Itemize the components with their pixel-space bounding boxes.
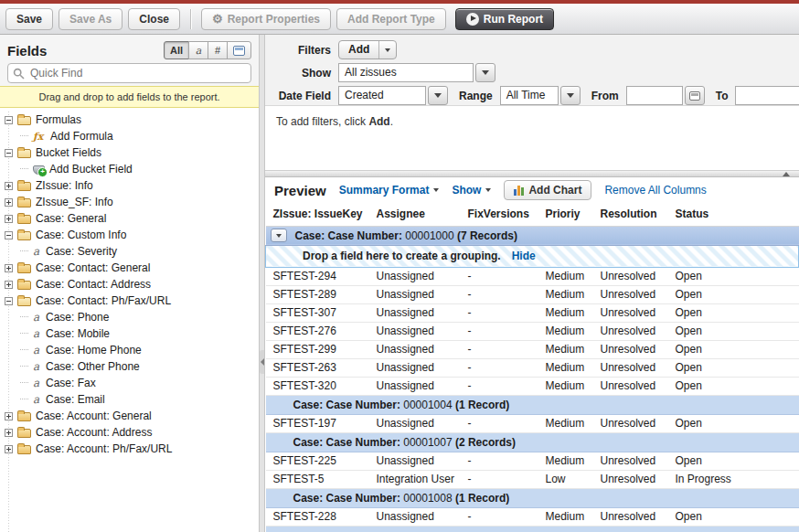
table-cell: Unresolved xyxy=(593,358,668,377)
summary-format-menu[interactable]: Summary Format xyxy=(339,184,440,197)
filter-date-button[interactable] xyxy=(227,41,251,59)
add-filter-button[interactable]: Add xyxy=(338,40,397,59)
table-row[interactable]: SFTEST-263Unassigned-MediumUnresolvedOpe… xyxy=(266,358,799,377)
table-row[interactable]: SFTEST-320Unassigned-MediumUnresolvedOpe… xyxy=(266,377,799,395)
tree-item[interactable]: ZIssue: Info xyxy=(0,177,259,194)
table-row[interactable]: SFTEST-197Unassigned-MediumUnresolvedOpe… xyxy=(266,414,799,432)
save-button[interactable]: Save xyxy=(5,8,53,30)
preview-table-body: Case: Case Number: 00001000 (7 Records)D… xyxy=(266,226,799,532)
expand-icon[interactable] xyxy=(5,215,13,223)
show-menu[interactable]: Show xyxy=(452,184,491,197)
tree-item[interactable]: Case: Other Phone xyxy=(0,358,259,375)
collapse-icon[interactable] xyxy=(5,231,13,239)
table-row[interactable]: SFTEST-299Unassigned-MediumUnresolvedOpe… xyxy=(266,340,799,358)
expand-icon[interactable] xyxy=(5,182,13,190)
tree-item[interactable]: Add Formula xyxy=(0,128,259,144)
tree-item[interactable]: Case: Fax xyxy=(0,375,259,391)
column-header[interactable]: Status xyxy=(668,203,799,226)
grouping-drop-zone[interactable]: Drop a field here to create a grouping.H… xyxy=(266,245,799,267)
table-row[interactable]: SFTEST-228Unassigned-MediumUnresolvedOpe… xyxy=(266,507,799,526)
table-cell: Open xyxy=(668,285,799,303)
remove-all-columns-link[interactable]: Remove All Columns xyxy=(604,184,706,197)
tree-item[interactable]: Case: General xyxy=(0,210,259,227)
collapse-icon[interactable] xyxy=(5,297,13,305)
add-report-type-button[interactable]: Add Report Type xyxy=(336,8,446,30)
table-row[interactable]: SFTEST-307Unassigned-MediumUnresolvedOpe… xyxy=(266,303,799,322)
range-select-arrow-button[interactable] xyxy=(560,86,581,105)
save-as-button[interactable]: Save As xyxy=(59,8,123,30)
collapse-filters-handle[interactable] xyxy=(783,172,790,176)
expand-icon[interactable] xyxy=(5,198,13,207)
tree-item[interactable]: Case: Phone xyxy=(0,309,259,325)
panel-divider[interactable] xyxy=(259,35,265,532)
expand-icon[interactable] xyxy=(5,429,13,437)
group-header-content: Case: Case Number: 00001008 (1 Record) xyxy=(293,492,799,505)
tree-item-label: Bucket Fields xyxy=(36,146,101,159)
filter-text-button[interactable]: a xyxy=(188,41,208,59)
collapse-icon[interactable] xyxy=(5,149,13,157)
filter-number-button[interactable]: # xyxy=(208,41,228,59)
column-header[interactable]: Resolution xyxy=(593,203,668,226)
expand-icon[interactable] xyxy=(5,281,13,289)
horizontal-splitter[interactable] xyxy=(265,170,799,177)
group-header-row-partial xyxy=(266,526,799,532)
date-field-select-value[interactable]: Created xyxy=(338,86,426,105)
range-select-value[interactable]: All Time xyxy=(500,86,559,105)
column-header[interactable]: Assignee xyxy=(369,203,461,226)
close-button[interactable]: Close xyxy=(128,8,180,30)
quick-find-input[interactable] xyxy=(7,63,251,83)
tree-item[interactable]: ZIssue_SF: Info xyxy=(0,194,259,210)
run-report-button[interactable]: Run Report xyxy=(455,8,554,30)
folder-open-icon xyxy=(17,116,31,125)
filter-all-button[interactable]: All xyxy=(164,41,189,59)
column-header[interactable]: ZIssue: IssueKey xyxy=(266,203,369,226)
show-select[interactable]: All zissues xyxy=(338,63,495,82)
folder-icon xyxy=(17,445,31,454)
tree-item[interactable]: Case: Account: Address xyxy=(0,424,259,441)
expand-icon[interactable] xyxy=(5,412,13,420)
table-row[interactable]: SFTEST-276Unassigned-MediumUnresolvedOpe… xyxy=(266,322,799,340)
tree-item[interactable]: Case: Contact: General xyxy=(0,260,259,276)
folder-open-icon xyxy=(17,149,31,158)
hide-link[interactable]: Hide xyxy=(512,250,536,262)
table-row[interactable]: SFTEST-294Unassigned-MediumUnresolvedOpe… xyxy=(266,267,799,285)
from-date-input[interactable] xyxy=(626,86,683,105)
folder-icon xyxy=(17,429,31,438)
tree-item[interactable]: Case: Home Phone xyxy=(0,342,259,358)
table-row[interactable]: SFTEST-225Unassigned-MediumUnresolvedOpe… xyxy=(266,452,799,470)
from-calendar-button[interactable] xyxy=(685,86,705,105)
date-field-select[interactable]: Created xyxy=(338,86,448,105)
table-cell: - xyxy=(461,452,538,470)
show-select-value[interactable]: All zissues xyxy=(338,63,474,82)
tree-item[interactable]: Add Bucket Field xyxy=(0,161,259,177)
table-row[interactable]: SFTEST-289Unassigned-MediumUnresolvedOpe… xyxy=(266,285,799,303)
tree-item[interactable]: Case: Contact: Ph/Fax/URL xyxy=(0,293,259,309)
column-header[interactable]: FixVersions xyxy=(461,203,538,226)
group-collapse-button[interactable] xyxy=(271,229,287,242)
toolbar-separator xyxy=(190,9,191,29)
tree-item[interactable]: Case: Severity xyxy=(0,243,259,260)
column-header[interactable]: Prioriy xyxy=(538,203,593,226)
collapse-icon[interactable] xyxy=(5,116,13,124)
add-chart-button[interactable]: Add Chart xyxy=(504,180,591,200)
filters-label: Filters xyxy=(265,44,331,57)
group-record-count: (1 Record) xyxy=(455,399,509,411)
tree-item[interactable]: Case: Contact: Address xyxy=(0,276,259,293)
tree-item[interactable]: Formulas xyxy=(0,112,259,128)
table-row[interactable]: SFTEST-5Integration User-LowUnresolvedIn… xyxy=(266,470,799,488)
tree-item[interactable]: Case: Custom Info xyxy=(0,227,259,243)
tree-item[interactable]: Bucket Fields xyxy=(0,144,259,161)
expand-icon[interactable] xyxy=(5,264,13,272)
add-filter-dropdown[interactable] xyxy=(378,41,396,59)
tree-item[interactable]: Case: Account: General xyxy=(0,408,259,424)
tree-item[interactable]: Case: Account: Ph/Fax/URL xyxy=(0,441,259,457)
to-date-input[interactable] xyxy=(735,86,799,105)
expand-icon[interactable] xyxy=(5,445,13,453)
date-field-select-arrow-button[interactable] xyxy=(428,86,448,105)
report-properties-button[interactable]: ⚙ Report Properties xyxy=(201,8,331,30)
tree-item[interactable]: Case: Email xyxy=(0,391,259,408)
collapse-fields-handle[interactable] xyxy=(260,350,264,374)
tree-item[interactable]: Case: Mobile xyxy=(0,325,259,342)
show-select-arrow-button[interactable] xyxy=(475,63,495,82)
range-select[interactable]: All Time xyxy=(500,86,581,105)
